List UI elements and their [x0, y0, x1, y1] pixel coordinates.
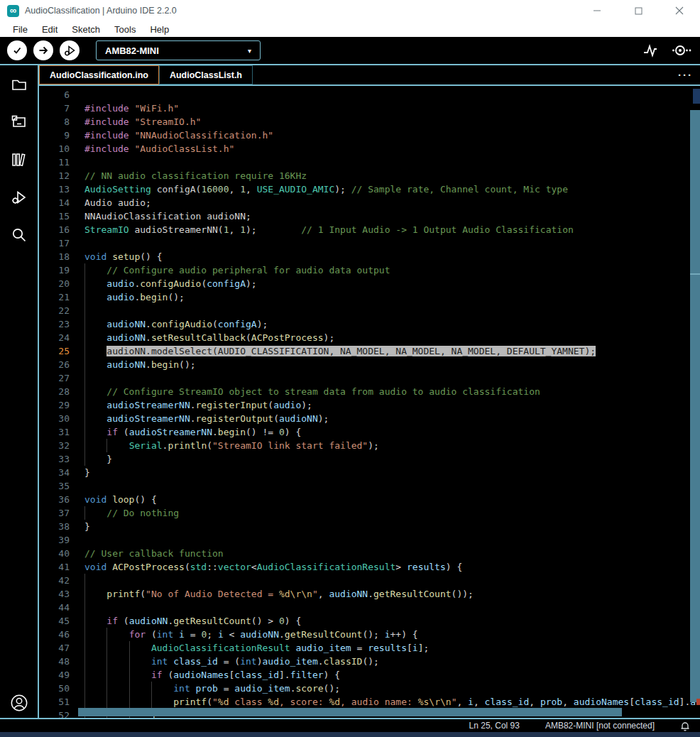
line-number[interactable]: 24 — [39, 331, 78, 344]
line-number[interactable]: 10 — [39, 142, 78, 155]
line-number[interactable]: 42 — [39, 574, 78, 587]
code-line[interactable]: 50 int prob = audio_item.score(); — [39, 682, 700, 695]
code-line[interactable]: 9#include "NNAudioClassification.h" — [39, 129, 700, 142]
line-number[interactable]: 34 — [39, 466, 78, 479]
line-number[interactable]: 35 — [39, 479, 78, 493]
line-number[interactable]: 39 — [39, 533, 78, 547]
code-line[interactable]: 36void loop() { — [39, 493, 700, 506]
code-line[interactable]: 17 — [39, 236, 700, 250]
code-line[interactable]: 38} — [39, 520, 700, 533]
board-connection-status[interactable]: AMB82-MINI [not connected] — [545, 721, 655, 731]
line-number[interactable]: 15 — [39, 209, 78, 223]
code-line[interactable]: 44 — [39, 601, 700, 614]
line-number[interactable]: 49 — [39, 668, 78, 682]
menu-help[interactable]: Help — [143, 21, 176, 37]
line-number[interactable]: 27 — [39, 371, 78, 385]
line-number[interactable]: 11 — [39, 155, 78, 169]
menu-sketch[interactable]: Sketch — [65, 21, 107, 37]
line-number[interactable]: 30 — [39, 412, 78, 425]
close-button[interactable] — [659, 0, 700, 21]
code-line[interactable]: 46 for (int i = 0; i < audioNN.getResult… — [39, 628, 700, 641]
line-number[interactable]: 7 — [39, 102, 78, 115]
code-line[interactable]: 40// User callback function — [39, 547, 700, 560]
code-line[interactable]: 21 audio.begin(); — [39, 290, 700, 304]
start-debugging-button[interactable] — [60, 40, 80, 60]
line-number[interactable]: 46 — [39, 628, 78, 641]
line-number[interactable]: 23 — [39, 317, 78, 331]
menu-edit[interactable]: Edit — [35, 21, 65, 37]
line-number[interactable]: 22 — [39, 304, 78, 317]
line-number[interactable]: 8 — [39, 115, 78, 129]
maximize-button[interactable] — [618, 0, 659, 21]
tab-overflow-button[interactable]: ··· — [671, 65, 700, 84]
line-number[interactable]: 36 — [39, 493, 78, 506]
code-line[interactable]: 42 — [39, 574, 700, 587]
code-line[interactable]: 19 // Configure audio peripheral for aud… — [39, 263, 700, 277]
line-number[interactable]: 44 — [39, 601, 78, 614]
menu-file[interactable]: File — [6, 21, 35, 37]
line-number[interactable]: 32 — [39, 439, 78, 452]
code-line[interactable]: 14Audio audio; — [39, 196, 700, 209]
line-number[interactable]: 16 — [39, 223, 78, 236]
tab-audioclasslist-h[interactable]: AudioClassList.h — [159, 65, 253, 84]
code-line[interactable]: 10#include "AudioClassList.h" — [39, 142, 700, 155]
line-number[interactable]: 25 — [39, 344, 78, 358]
code-line[interactable]: 35 — [39, 479, 700, 493]
code-line[interactable]: 29 audioStreamerNN.registerInput(audio); — [39, 398, 700, 412]
code-line[interactable]: 43 printf("No of Audio Detected = %d\r\n… — [39, 587, 700, 601]
notifications-button[interactable] — [680, 721, 690, 731]
code-line[interactable]: 32 Serial.println("StreamIO link start f… — [39, 439, 700, 452]
code-line[interactable]: 25 audioNN.modelSelect(AUDIO_CLASSIFICAT… — [39, 344, 700, 358]
code-line[interactable]: 47 AudioClassificationResult audio_item … — [39, 641, 700, 655]
code-line[interactable]: 22 — [39, 304, 700, 317]
sidebar-item-library-manager[interactable] — [10, 151, 28, 169]
minimize-button[interactable] — [576, 0, 618, 21]
sidebar-item-search[interactable] — [10, 226, 28, 244]
line-number[interactable]: 19 — [39, 263, 78, 277]
code-line[interactable]: 31 if (audioStreamerNN.begin() != 0) { — [39, 425, 700, 439]
code-line[interactable]: 15NNAudioClassification audioNN; — [39, 209, 700, 223]
code-line[interactable]: 28 // Configure StreamIO object to strea… — [39, 385, 700, 398]
tab-audioclassification-ino[interactable]: AudioClassification.ino — [39, 65, 159, 84]
code-line[interactable]: 18void setup() { — [39, 250, 700, 263]
board-selector-dropdown[interactable]: AMB82-MINI ▾ — [96, 40, 261, 60]
line-number[interactable]: 45 — [39, 614, 78, 628]
code-line[interactable]: 37 // Do nothing — [39, 506, 700, 520]
line-number[interactable]: 50 — [39, 682, 78, 695]
code-line[interactable]: 16StreamIO audioStreamerNN(1, 1); // 1 I… — [39, 223, 700, 236]
line-number[interactable]: 43 — [39, 587, 78, 601]
line-number[interactable]: 48 — [39, 655, 78, 668]
code-line[interactable]: 11 — [39, 155, 700, 169]
sidebar-item-debug[interactable] — [10, 188, 28, 207]
line-number[interactable]: 18 — [39, 250, 78, 263]
code-line[interactable]: 24 audioNN.setResultCallback(ACPostProce… — [39, 331, 700, 344]
code-line[interactable]: 8#include "StreamIO.h" — [39, 115, 700, 129]
code-line[interactable]: 33 } — [39, 452, 700, 466]
code-line[interactable]: 12// NN audio classification require 16K… — [39, 169, 700, 182]
code-line[interactable]: 20 audio.configAudio(configA); — [39, 277, 700, 290]
serial-monitor-button[interactable] — [672, 43, 691, 58]
line-number[interactable]: 17 — [39, 236, 78, 250]
line-number[interactable]: 20 — [39, 277, 78, 290]
line-number[interactable]: 41 — [39, 560, 78, 574]
line-number[interactable]: 14 — [39, 196, 78, 209]
horizontal-scrollbar-thumb[interactable] — [78, 708, 622, 716]
sidebar-item-sketchbook[interactable] — [10, 75, 28, 94]
cursor-position-status[interactable]: Ln 25, Col 93 — [469, 721, 520, 731]
code-line[interactable]: 51 printf("%d class %d, score: %d, audio… — [39, 695, 700, 709]
code-line[interactable]: 34} — [39, 466, 700, 479]
code-line[interactable]: 13AudioSetting configA(16000, 1, USE_AUD… — [39, 182, 700, 196]
line-number[interactable]: 29 — [39, 398, 78, 412]
verify-button[interactable] — [7, 40, 27, 60]
code-line[interactable]: 48 int class_id = (int)audio_item.classI… — [39, 655, 700, 668]
code-line[interactable]: 49 if (audioNames[class_id].filter) { — [39, 668, 700, 682]
line-number[interactable]: 26 — [39, 358, 78, 371]
line-number[interactable]: 6 — [39, 88, 78, 102]
line-number[interactable]: 13 — [39, 182, 78, 196]
code-line[interactable]: 7#include "WiFi.h" — [39, 102, 700, 115]
line-number[interactable]: 52 — [39, 709, 78, 718]
code-line[interactable]: 41void ACPostProcess(std::vector<AudioCl… — [39, 560, 700, 574]
line-number[interactable]: 33 — [39, 452, 78, 466]
menu-tools[interactable]: Tools — [107, 21, 143, 37]
line-number[interactable]: 37 — [39, 506, 78, 520]
